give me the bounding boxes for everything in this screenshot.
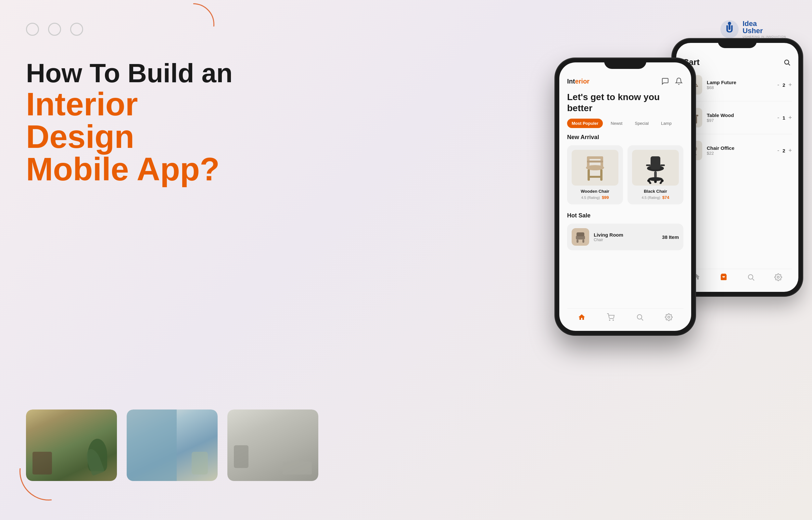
deco-arc-top <box>172 3 214 46</box>
nav-search[interactable] <box>635 313 644 322</box>
cart-item-chair-price: $22 <box>707 151 773 156</box>
cart-item-chair-office-info: Chair Office $22 <box>707 145 773 156</box>
lamp-plus-btn[interactable]: + <box>788 82 792 88</box>
cart-nav-search[interactable] <box>747 273 755 282</box>
decorative-circles <box>26 23 83 36</box>
hot-sale-name: Living Room <box>594 232 657 238</box>
logo-tagline: USHERING IN INNOVATION <box>743 35 786 38</box>
app-content: Interior <box>559 62 691 331</box>
phone-notch-main <box>604 58 646 69</box>
hot-sale-subtitle: Chair <box>594 238 657 242</box>
tab-newest[interactable]: Newst <box>606 119 627 128</box>
logo-usher: Usher <box>743 27 786 34</box>
tab-lamp[interactable]: Lamp <box>656 119 676 128</box>
svg-rect-36 <box>646 164 650 166</box>
cart-item-chair-qty: - 2 + <box>777 147 792 154</box>
tab-sc[interactable]: Sc <box>679 119 683 128</box>
nav-settings[interactable] <box>664 313 673 322</box>
cart-nav-settings[interactable] <box>774 273 782 282</box>
wooden-chair-svg <box>581 152 610 184</box>
svg-rect-26 <box>587 160 603 162</box>
deco-circle-2 <box>48 23 61 36</box>
logo: U Idea Usher USHERING IN INNOVATION <box>720 20 786 39</box>
svg-rect-42 <box>577 239 579 243</box>
interior-images <box>26 410 318 481</box>
svg-point-46 <box>613 320 614 320</box>
logo-icon: U <box>720 20 739 39</box>
wooden-chair-price: $99 <box>602 195 609 200</box>
table-minus-btn[interactable]: - <box>777 114 779 121</box>
nav-home[interactable] <box>577 313 586 322</box>
svg-rect-43 <box>582 239 584 243</box>
hot-sale-img <box>572 228 589 246</box>
svg-rect-32 <box>654 171 657 178</box>
logo-text: Idea Usher USHERING IN INNOVATION <box>743 20 786 38</box>
wooden-chair-meta: 4.5 (Rating) $99 <box>581 195 609 200</box>
products-row: Wooden Chair 4.5 (Rating) $99 <box>567 145 683 204</box>
svg-point-47 <box>637 315 642 319</box>
bell-icon[interactable] <box>674 77 683 86</box>
svg-rect-37 <box>660 164 665 166</box>
svg-point-40 <box>654 180 657 183</box>
lamp-minus-btn[interactable]: - <box>777 82 779 88</box>
phone-notch-back <box>718 39 757 48</box>
cart-nav-cart[interactable] <box>720 273 728 283</box>
hot-sale-card[interactable]: Living Room Chair 38 Item <box>567 224 683 250</box>
cart-item-chair-name: Chair Office <box>707 145 773 151</box>
cart-header: Cart <box>683 57 792 67</box>
logo-idea: Idea <box>743 20 786 27</box>
phones-area: Cart <box>536 39 802 494</box>
headline-line1: How To Build an <box>26 58 247 88</box>
svg-rect-29 <box>589 176 602 178</box>
cart-item-table-name: Table Wood <box>707 112 773 118</box>
svg-line-48 <box>642 319 643 320</box>
cart-item-lamp-price: $68 <box>707 85 773 90</box>
svg-rect-44 <box>577 232 584 236</box>
cart-search-icon[interactable] <box>782 57 792 67</box>
svg-point-2 <box>728 22 731 25</box>
black-chair-rating: 4.5 (Rating) <box>642 196 660 200</box>
table-qty-value: 1 <box>782 115 785 121</box>
svg-rect-12 <box>696 116 697 124</box>
app-header-icons <box>661 77 683 86</box>
svg-line-5 <box>789 64 790 65</box>
chair-minus-btn[interactable]: - <box>777 147 779 154</box>
headline-line3: Mobile App? <box>26 153 247 185</box>
svg-rect-28 <box>600 169 603 181</box>
svg-rect-31 <box>650 156 660 169</box>
cart-item-table-qty: - 1 + <box>777 114 792 121</box>
lamp-qty-value: 2 <box>782 82 785 88</box>
cart-item-chair-office: Chair Office $22 - 2 + <box>683 141 792 167</box>
cart-item-lamp-info: Lamp Future $68 <box>707 80 773 90</box>
hot-sale-chair-icon <box>573 230 588 244</box>
tab-special[interactable]: Special <box>630 119 653 128</box>
tab-most-popular[interactable]: Most Populer <box>567 119 603 128</box>
svg-point-45 <box>609 320 610 320</box>
cart-item-lamp-name: Lamp Future <box>707 80 773 85</box>
app-greeting: Let's get to know you better <box>567 92 683 113</box>
interior-image-3 <box>227 410 318 481</box>
cart-item-table-info: Table Wood $97 <box>707 112 773 123</box>
black-chair-name: Black Chair <box>644 189 667 194</box>
svg-point-38 <box>647 179 650 182</box>
svg-rect-25 <box>587 156 603 159</box>
black-chair-meta: 4.5 (Rating) $74 <box>642 195 669 200</box>
app-bottom-nav <box>567 308 683 326</box>
chat-icon[interactable] <box>661 77 670 86</box>
category-tabs: Most Populer Newst Special Lamp Sc <box>567 119 683 128</box>
product-card-black-chair[interactable]: Black Chair 4.5 (Rating) $74 <box>627 145 683 204</box>
wooden-chair-name: Wooden Chair <box>581 189 609 194</box>
nav-cart[interactable] <box>606 313 615 322</box>
hot-sale-title: Hot Sale <box>567 212 683 219</box>
app-name-orange: erior <box>575 78 589 85</box>
svg-point-49 <box>668 316 670 318</box>
headline-line2: Interior Design <box>26 88 247 153</box>
interior-image-1 <box>26 410 117 481</box>
chair-plus-btn[interactable]: + <box>788 147 792 154</box>
phone-main: Interior <box>555 58 695 335</box>
deco-circle-3 <box>70 23 83 36</box>
product-card-wooden-chair[interactable]: Wooden Chair 4.5 (Rating) $99 <box>567 145 623 204</box>
cart-item-lamp: Lamp Future $68 - 2 + <box>683 75 792 101</box>
app-name-black: Int <box>567 78 575 85</box>
table-plus-btn[interactable]: + <box>788 114 792 121</box>
